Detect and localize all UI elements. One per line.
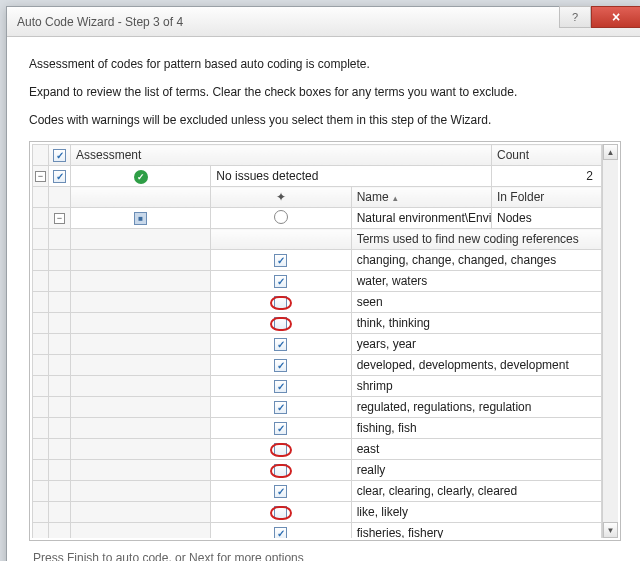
term-checkbox[interactable] <box>274 275 287 288</box>
intro-line-1: Assessment of codes for pattern based au… <box>29 57 621 71</box>
term-row[interactable]: changing, change, changed, changes <box>33 250 602 271</box>
vertical-scrollbar[interactable]: ▲ ▼ <box>602 144 618 538</box>
node-checkbox[interactable] <box>134 212 147 225</box>
term-text: clear, clearing, clearly, cleared <box>351 481 601 502</box>
term-row[interactable]: seen <box>33 292 602 313</box>
node-folder: Nodes <box>492 208 602 229</box>
term-checkbox[interactable] <box>274 296 287 309</box>
intro-text: Assessment of codes for pattern based au… <box>29 57 621 127</box>
term-text: water, waters <box>351 271 601 292</box>
term-checkbox[interactable] <box>274 443 287 456</box>
scroll-track[interactable] <box>603 160 618 522</box>
term-text: developed, developments, development <box>351 355 601 376</box>
term-checkbox[interactable] <box>274 422 287 435</box>
term-checkbox[interactable] <box>274 527 287 538</box>
term-row[interactable]: shrimp <box>33 376 602 397</box>
term-row[interactable]: years, year <box>33 334 602 355</box>
col-in-folder[interactable]: In Folder <box>492 187 602 208</box>
term-checkbox[interactable] <box>274 317 287 330</box>
term-row[interactable]: regulated, regulations, regulation <box>33 397 602 418</box>
term-text: really <box>351 460 601 481</box>
term-row[interactable]: think, thinking <box>33 313 602 334</box>
star-icon: ✦ <box>276 190 286 204</box>
term-row[interactable]: developed, developments, development <box>33 355 602 376</box>
term-row[interactable]: fisheries, fishery <box>33 523 602 539</box>
col-terms[interactable]: Terms used to find new coding references <box>351 229 601 250</box>
intro-line-2: Expand to review the list of terms. Clea… <box>29 85 621 99</box>
term-text: like, likely <box>351 502 601 523</box>
term-text: years, year <box>351 334 601 355</box>
help-icon: ? <box>572 11 578 23</box>
scroll-down-icon[interactable]: ▼ <box>603 522 618 538</box>
terms-tree: Assessment Count − No issues detected 2 <box>29 141 621 541</box>
group-label: No issues detected <box>211 166 492 187</box>
term-text: east <box>351 439 601 460</box>
scroll-up-icon[interactable]: ▲ <box>603 144 618 160</box>
term-checkbox[interactable] <box>274 401 287 414</box>
term-text: fisheries, fishery <box>351 523 601 539</box>
close-icon: × <box>612 9 620 25</box>
term-row[interactable]: like, likely <box>33 502 602 523</box>
term-checkbox[interactable] <box>274 380 287 393</box>
node-header-row: ✦ Name▴ In Folder <box>33 187 602 208</box>
col-assessment[interactable]: Assessment <box>71 145 492 166</box>
group-count: 2 <box>492 166 602 187</box>
sort-asc-icon: ▴ <box>393 193 398 203</box>
term-text: shrimp <box>351 376 601 397</box>
col-count[interactable]: Count <box>492 145 602 166</box>
term-text: seen <box>351 292 601 313</box>
assessment-header-row: Assessment Count <box>33 145 602 166</box>
col-name[interactable]: Name▴ <box>351 187 491 208</box>
help-button[interactable]: ? <box>559 6 591 28</box>
term-row[interactable]: water, waters <box>33 271 602 292</box>
titlebar[interactable]: Auto Code Wizard - Step 3 of 4 ? × <box>7 7 640 37</box>
term-text: regulated, regulations, regulation <box>351 397 601 418</box>
node-name: Natural environment\Environmental change <box>351 208 491 229</box>
assessment-group-row[interactable]: − No issues detected 2 <box>33 166 602 187</box>
window-title: Auto Code Wizard - Step 3 of 4 <box>17 15 183 29</box>
collapse-icon[interactable]: − <box>35 171 46 182</box>
term-checkbox[interactable] <box>274 338 287 351</box>
term-text: changing, change, changed, changes <box>351 250 601 271</box>
term-checkbox[interactable] <box>274 464 287 477</box>
wizard-dialog: Auto Code Wizard - Step 3 of 4 ? × Asses… <box>6 6 640 561</box>
node-icon <box>274 210 288 224</box>
group-checkbox[interactable] <box>53 170 66 183</box>
term-checkbox[interactable] <box>274 254 287 267</box>
term-row[interactable]: fishing, fish <box>33 418 602 439</box>
term-text: think, thinking <box>351 313 601 334</box>
select-all-checkbox[interactable] <box>53 149 66 162</box>
intro-line-3: Codes with warnings will be excluded unl… <box>29 113 621 127</box>
term-row[interactable]: clear, clearing, clearly, cleared <box>33 481 602 502</box>
term-row[interactable]: really <box>33 460 602 481</box>
terms-header-row: Terms used to find new coding references <box>33 229 602 250</box>
close-button[interactable]: × <box>591 6 640 28</box>
term-text: fishing, fish <box>351 418 601 439</box>
node-row[interactable]: − Natural environment\Environmental chan… <box>33 208 602 229</box>
term-checkbox[interactable] <box>274 485 287 498</box>
term-checkbox[interactable] <box>274 359 287 372</box>
ok-status-icon <box>134 170 148 184</box>
footer-hint: Press Finish to auto code, or Next for m… <box>29 541 621 561</box>
term-checkbox[interactable] <box>274 506 287 519</box>
term-row[interactable]: east <box>33 439 602 460</box>
collapse-icon[interactable]: − <box>54 213 65 224</box>
